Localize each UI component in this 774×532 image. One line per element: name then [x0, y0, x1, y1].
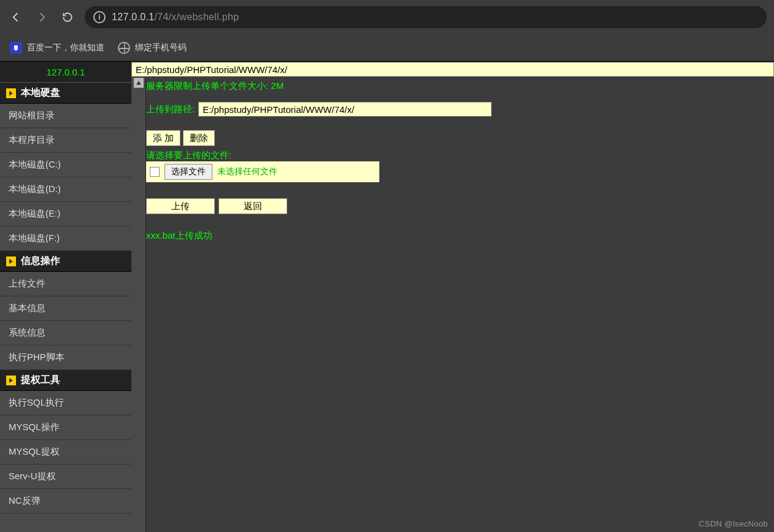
sidebar-item-basic-info[interactable]: 基本信息: [0, 296, 131, 321]
sidebar-host: 127.0.0.1: [0, 62, 131, 83]
arrow-icon: [6, 376, 16, 385]
baidu-icon: [10, 42, 22, 54]
back-button[interactable]: [7, 9, 25, 26]
section-title: 提权工具: [21, 374, 60, 387]
bookmark-bind-phone[interactable]: 绑定手机号码: [118, 42, 187, 54]
choose-prompt: 请选择要上传的文件:: [146, 150, 774, 161]
arrow-left-icon: [10, 11, 22, 23]
sidebar-item-disk-e[interactable]: 本地磁盘(E:): [0, 202, 131, 226]
main-area: E:/phpstudy/PHPTutorial/WWW/74/x/ 服务器限制上…: [131, 62, 774, 532]
file-select-row: 选择文件 未选择任何文件: [146, 161, 379, 182]
browser-toolbar: i 127.0.0.1/74/x/webshell.php: [0, 0, 774, 34]
upload-path-row: 上传到路径:: [146, 102, 774, 117]
upload-to-label: 上传到路径:: [146, 104, 195, 115]
sidebar-item-nc-reverse[interactable]: NC反弹: [0, 489, 131, 514]
scroll-gutter[interactable]: [131, 77, 146, 532]
arrow-right-icon: [36, 11, 48, 23]
add-button[interactable]: 添 加: [146, 130, 180, 146]
upload-path-input[interactable]: [198, 102, 492, 117]
sidebar-item-exec-php[interactable]: 执行PHP脚本: [0, 345, 131, 370]
bookmark-baidu[interactable]: 百度一下，你就知道: [10, 42, 104, 54]
scroll-up-icon[interactable]: [134, 78, 144, 88]
site-info-icon[interactable]: i: [93, 11, 106, 23]
address-bar[interactable]: i 127.0.0.1/74/x/webshell.php: [85, 6, 767, 28]
reload-button[interactable]: [59, 9, 76, 26]
page-content: 127.0.0.1 本地硬盘 网站根目录 本程序目录 本地磁盘(C:) 本地磁盘…: [0, 61, 774, 532]
sidebar-item-upload[interactable]: 上传文件: [0, 272, 131, 296]
url-text: 127.0.0.1/74/x/webshell.php: [112, 12, 239, 23]
sidebar-item-system-info[interactable]: 系统信息: [0, 321, 131, 345]
no-file-text: 未选择任何文件: [217, 166, 277, 177]
section-title: 信息操作: [21, 255, 60, 268]
reload-icon: [61, 11, 74, 23]
bookmark-label: 绑定手机号码: [135, 42, 187, 53]
current-path-input[interactable]: E:/phpstudy/PHPTutorial/WWW/74/x/: [131, 62, 774, 77]
section-header-local-disk[interactable]: 本地硬盘: [0, 83, 131, 104]
sidebar-item-mysql-privesc[interactable]: MYSQL提权: [0, 440, 131, 465]
forward-button[interactable]: [33, 9, 50, 26]
sidebar-item-disk-d[interactable]: 本地磁盘(D:): [0, 177, 131, 202]
sidebar-item-program-dir[interactable]: 本程序目录: [0, 128, 131, 153]
globe-icon: [118, 42, 130, 54]
back-button-form[interactable]: 返回: [219, 198, 287, 214]
choose-file-button[interactable]: 选择文件: [164, 164, 212, 180]
sidebar-item-mysql-ops[interactable]: MYSQL操作: [0, 415, 131, 440]
bookmark-bar: 百度一下，你就知道 绑定手机号码: [0, 34, 774, 61]
arrow-icon: [6, 88, 16, 98]
sidebar-item-disk-f[interactable]: 本地磁盘(F:): [0, 226, 131, 251]
upload-limit-text: 服务器限制上传单个文件大小: 2M: [146, 79, 774, 102]
delete-button[interactable]: 删除: [183, 130, 215, 146]
sidebar-item-webroot[interactable]: 网站根目录: [0, 104, 131, 128]
sidebar: 127.0.0.1 本地硬盘 网站根目录 本程序目录 本地磁盘(C:) 本地磁盘…: [0, 62, 131, 532]
section-header-info-ops[interactable]: 信息操作: [0, 251, 131, 272]
section-title: 本地硬盘: [21, 87, 60, 99]
arrow-icon: [6, 256, 16, 266]
content-panel: 服务器限制上传单个文件大小: 2M 上传到路径: 添 加 删除 请选择要上传的文…: [146, 77, 774, 532]
sidebar-item-servu[interactable]: Serv-U提权: [0, 465, 131, 489]
upload-button[interactable]: 上传: [146, 198, 215, 214]
file-checkbox[interactable]: [150, 167, 160, 177]
sidebar-item-disk-c[interactable]: 本地磁盘(C:): [0, 153, 131, 177]
section-header-privesc[interactable]: 提权工具: [0, 370, 131, 391]
bookmark-label: 百度一下，你就知道: [27, 42, 104, 53]
watermark: CSDN @IsecNoob: [699, 519, 768, 528]
sidebar-item-exec-sql[interactable]: 执行SQL执行: [0, 391, 131, 415]
upload-success-message: xxx.bat上传成功: [146, 230, 774, 242]
